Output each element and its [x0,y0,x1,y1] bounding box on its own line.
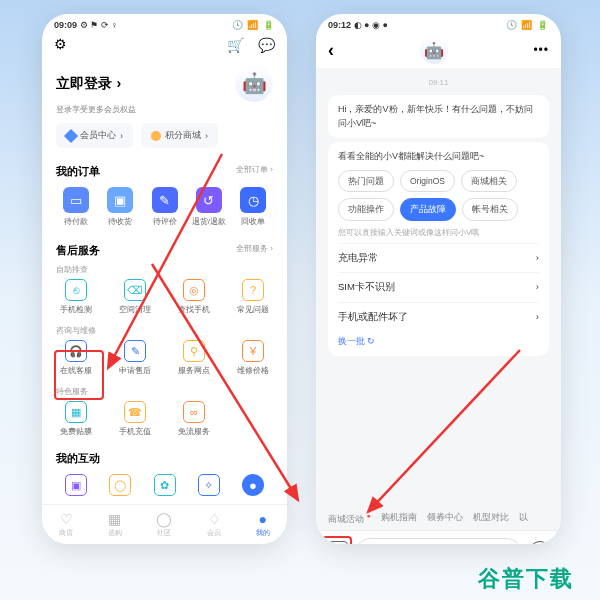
quick-link[interactable]: 购机指南 [381,512,417,526]
order-pending-payment[interactable]: ▭待付款 [56,187,96,227]
consult-repair-title: 咨询与维修 [42,323,287,338]
watermark: 谷普下载 [478,564,574,594]
faq-hint: 您可以直接输入关键词或像这样问小V哦 [338,227,539,239]
all-services-link[interactable]: 全部服务 › [236,243,273,258]
find-phone[interactable]: ◎查找手机 [174,279,214,315]
interact-item[interactable]: ✿ [145,474,185,496]
interact-item[interactable]: ◯ [100,474,140,496]
avatar[interactable]: 🤖 [235,64,273,102]
plus-icon[interactable]: ＋ [529,541,551,545]
self-check-title: 自助排查 [42,262,287,277]
cart-icon[interactable]: 🛒 [227,37,244,53]
faq[interactable]: ?常见问题 [233,279,273,315]
chat-input-bar: ⌨ 按住说话转文字 ＋ [316,530,561,544]
status-bar: 09:12 ◐ ● ◉ ● 🕓 📶 🔋 [316,14,561,32]
faq-chip-fault[interactable]: 产品故障 [400,198,456,221]
login-subtitle: 登录享受更多会员权益 [42,104,287,123]
faq-chip-feature[interactable]: 功能操作 [338,198,394,221]
service-outlets[interactable]: ⚲服务网点 [174,340,214,376]
voice-input-button[interactable]: 按住说话转文字 [356,538,521,545]
faq-chip-hot[interactable]: 热门问题 [338,170,394,193]
coin-icon [151,131,161,141]
chat-avatar: 🤖 [420,36,448,64]
login-button[interactable]: 立即登录 › [56,74,121,93]
greeting-bubble: Hi，亲爱的V粉，新年快乐！有什么问题，不妨问问小V吧~ [328,95,549,138]
tab-store[interactable]: ♡商店 [59,511,73,538]
order-refund[interactable]: ↺退货/退款 [189,187,229,227]
tab-shop[interactable]: ▦选购 [108,511,122,538]
more-icon[interactable]: ••• [533,43,549,57]
chevron-right-icon: › [116,75,121,91]
quick-links: 商城活动 ● 购机指南 领券中心 机型对比 以 [316,512,561,526]
order-pending-receipt[interactable]: ▣待收货 [100,187,140,227]
faq-bubble: 看看全能的小V都能解决什么问题吧~ 热门问题 OriginOS 商城相关 功能操… [328,142,549,356]
all-orders-link[interactable]: 全部订单 › [236,164,273,179]
bottom-nav: ♡商店 ▦选购 ◯社区 ♢会员 ●我的 [42,504,287,544]
tab-mine[interactable]: ●我的 [256,511,270,538]
orders-title: 我的订单 [56,164,100,179]
order-recycle[interactable]: ◷回收单 [233,187,273,227]
order-pending-review[interactable]: ✎待评价 [145,187,185,227]
interact-item[interactable]: ▣ [56,474,96,496]
quick-link[interactable]: 机型对比 [473,512,509,526]
tab-member[interactable]: ♢会员 [207,511,221,538]
free-film[interactable]: ▦免费贴膜 [56,401,96,437]
status-bar: 09:09 ⚙ ⚑ ⟳ ♀ 🕓 📶 🔋 [42,14,287,32]
chevron-right-icon: › [536,310,539,324]
faq-chip-origin[interactable]: OriginOS [400,170,455,193]
special-service-title: 特色服务 [42,384,287,399]
faq-chip-account[interactable]: 帐号相关 [462,198,518,221]
interaction-title: 我的互动 [56,451,100,466]
phone-check[interactable]: ⎋手机检测 [56,279,96,315]
tab-community[interactable]: ◯社区 [156,511,172,538]
settings-icon[interactable]: ⚙ [54,36,67,54]
faq-item-sim[interactable]: SIM卡不识别› [338,272,539,301]
refresh-faq[interactable]: 换一批 ↻ [338,331,539,348]
phone-right-chat: 09:12 ◐ ● ◉ ● 🕓 📶 🔋 ‹ 🤖 ••• 09:11 Hi，亲爱的… [316,14,561,544]
faq-item-charging[interactable]: 充电异常› [338,243,539,272]
orders-grid: ▭待付款 ▣待收货 ✎待评价 ↺退货/退款 ◷回收单 [42,183,287,237]
phone-left-profile: 09:09 ⚙ ⚑ ⟳ ♀ 🕓 📶 🔋 ⚙ 🛒 💬 立即登录 › 🤖 登录享受更… [42,14,287,544]
quick-link[interactable]: 以 [519,512,528,526]
quick-link[interactable]: 商城活动 ● [328,512,371,526]
chevron-right-icon: › [536,280,539,294]
messages-icon[interactable]: 💬 [258,37,275,53]
interact-item[interactable]: ✧ [189,474,229,496]
faq-item-broken[interactable]: 手机或配件坏了› [338,302,539,331]
keyboard-icon[interactable]: ⌨ [326,541,348,545]
chat-timestamp: 09:11 [316,74,561,91]
phone-recharge[interactable]: ☎手机充值 [115,401,155,437]
repair-price[interactable]: ¥维修价格 [233,340,273,376]
faq-chip-mall[interactable]: 商城相关 [461,170,517,193]
member-center-chip[interactable]: 会员中心› [56,123,133,148]
top-bar: ⚙ 🛒 💬 [42,32,287,58]
apply-after-sale[interactable]: ✎申请售后 [115,340,155,376]
quick-link[interactable]: 领券中心 [427,512,463,526]
interact-item[interactable]: ● [233,474,273,496]
chevron-right-icon: › [536,251,539,265]
after-sale-title: 售后服务 [56,243,100,258]
online-service[interactable]: 🎧在线客服 [56,340,96,376]
free-data-service[interactable]: ∞免流服务 [174,401,214,437]
back-icon[interactable]: ‹ [328,40,334,61]
points-mall-chip[interactable]: 积分商城› [141,123,218,148]
diamond-icon [64,128,78,142]
space-clean[interactable]: ⌫空间清理 [115,279,155,315]
